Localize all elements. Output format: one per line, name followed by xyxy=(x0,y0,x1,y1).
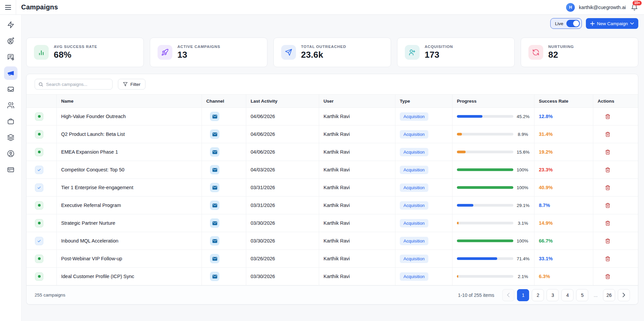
table-row[interactable]: Inbound MQL Acceleration 03/30/2026 Kart… xyxy=(27,232,638,250)
status-indicator xyxy=(35,112,43,121)
active-dot-icon xyxy=(38,222,41,224)
page-button[interactable]: 3 xyxy=(547,289,559,301)
col-success-rate: Success Rate xyxy=(534,95,593,107)
stat-card-acquisition: ACQUISITION 173 xyxy=(397,38,515,67)
layers-icon xyxy=(7,134,14,141)
delete-button[interactable] xyxy=(604,219,612,227)
table-row[interactable]: Post-Webinar VIP Follow-up 03/26/2026 Ka… xyxy=(27,250,638,268)
sidebar-item-billing[interactable] xyxy=(4,163,17,176)
campaign-user: Karthik Ravi xyxy=(319,232,395,250)
stat-label: TOTAL OUTREACHED xyxy=(301,45,346,49)
stat-card-active-campaigns: ACTIVE CAMPAIGNS 13 xyxy=(150,38,267,67)
table-row[interactable]: Executive Referral Program 03/31/2026 Ka… xyxy=(27,197,638,214)
search-box[interactable] xyxy=(35,79,113,90)
campaigns-table-card: Filter Name Channel Last Activity User T… xyxy=(26,74,638,305)
message-settings-icon xyxy=(7,53,14,61)
stats-row: AVG SUCCESS RATE 68% ACTIVE CAMPAIGNS 13… xyxy=(26,38,638,67)
toggle-switch[interactable] xyxy=(566,20,580,27)
trash-icon xyxy=(605,274,610,279)
trash-icon xyxy=(605,114,610,119)
active-dot-icon xyxy=(38,151,41,153)
campaign-name[interactable]: Competitor Conquest: Top 50 xyxy=(57,161,202,178)
last-activity: 04/03/2026 xyxy=(246,161,319,178)
campaign-name[interactable]: Inbound MQL Acceleration xyxy=(57,232,202,250)
trash-icon xyxy=(605,238,610,244)
page-button[interactable]: 1 xyxy=(517,289,529,301)
delete-button[interactable] xyxy=(604,255,612,263)
page-button[interactable]: 2 xyxy=(532,289,544,301)
campaign-name[interactable]: Post-Webinar VIP Follow-up xyxy=(57,250,202,267)
search-icon xyxy=(38,82,43,87)
stat-value: 82 xyxy=(548,50,574,60)
sidebar-item-contacts[interactable] xyxy=(4,99,17,112)
campaign-name[interactable]: Ideal Customer Profile (ICP) Sync xyxy=(57,268,202,285)
avatar[interactable]: H xyxy=(566,3,575,12)
live-toggle[interactable]: Live xyxy=(550,18,582,29)
hamburger-icon xyxy=(5,5,11,10)
email-channel-icon xyxy=(210,201,219,210)
sidebar-item-automations[interactable] xyxy=(4,18,17,32)
success-rate: 19.2% xyxy=(534,143,593,161)
delete-button[interactable] xyxy=(604,272,612,281)
type-badge: Acquisition xyxy=(400,148,428,156)
sidebar-item-inbox[interactable] xyxy=(4,83,17,96)
table-row[interactable]: Strategic Partner Nurture 03/30/2026 Kar… xyxy=(27,214,638,232)
table-row[interactable]: Tier 1 Enterprise Re-engagement 03/31/20… xyxy=(27,179,638,197)
next-page-button[interactable] xyxy=(618,289,630,301)
table-row[interactable]: Competitor Conquest: Top 50 04/03/2026 K… xyxy=(27,161,638,179)
delete-button[interactable] xyxy=(604,201,612,210)
search-input[interactable] xyxy=(46,82,109,87)
delete-button[interactable] xyxy=(604,183,612,192)
campaign-name[interactable]: Q2 Product Launch: Beta List xyxy=(57,125,202,143)
sidebar-item-profile[interactable] xyxy=(4,147,17,160)
col-actions: Actions xyxy=(593,95,638,107)
table-row[interactable]: Ideal Customer Profile (ICP) Sync 03/30/… xyxy=(27,268,638,285)
col-progress: Progress xyxy=(453,95,534,107)
page-button[interactable]: 4 xyxy=(561,289,573,301)
campaign-name[interactable]: Strategic Partner Nurture xyxy=(57,214,202,232)
menu-button[interactable] xyxy=(0,0,16,14)
delete-button[interactable] xyxy=(604,237,612,245)
sidebar-item-add-contact[interactable] xyxy=(4,34,17,48)
live-toggle-label: Live xyxy=(555,21,563,26)
notifications-button[interactable]: 10+ xyxy=(630,3,639,12)
delete-button[interactable] xyxy=(604,112,612,121)
type-badge: Acquisition xyxy=(400,272,428,281)
success-rate: 6.3% xyxy=(534,268,593,285)
status-indicator xyxy=(35,183,43,192)
progress-value: 8.9% xyxy=(517,132,528,137)
last-activity: 03/30/2026 xyxy=(246,214,319,232)
campaign-name[interactable]: High-Value Founder Outreach xyxy=(57,108,202,125)
delete-button[interactable] xyxy=(604,166,612,174)
last-activity: 04/06/2026 xyxy=(246,125,319,143)
delete-button[interactable] xyxy=(604,130,612,139)
campaign-user: Karthik Ravi xyxy=(319,214,395,232)
sidebar-item-segments[interactable] xyxy=(4,131,17,144)
prev-page-button[interactable] xyxy=(502,289,514,301)
col-name: Name xyxy=(57,95,202,107)
email-channel-icon xyxy=(210,147,219,157)
campaign-name[interactable]: EMEA Expansion Phase 1 xyxy=(57,143,202,161)
progress-bar xyxy=(457,257,513,260)
table-row[interactable]: High-Value Founder Outreach 04/06/2026 K… xyxy=(27,108,638,125)
table-row[interactable]: EMEA Expansion Phase 1 04/06/2026 Karthi… xyxy=(27,143,638,161)
progress-bar xyxy=(457,204,513,207)
users-icon xyxy=(7,102,14,109)
new-campaign-button[interactable]: New Campaign xyxy=(586,18,638,29)
sidebar-item-campaigns[interactable] xyxy=(4,66,17,80)
filter-button[interactable]: Filter xyxy=(118,79,145,90)
campaign-name[interactable]: Tier 1 Enterprise Re-engagement xyxy=(57,179,202,196)
status-indicator xyxy=(35,219,43,227)
sidebar-item-message-settings[interactable] xyxy=(4,50,17,64)
delete-button[interactable] xyxy=(604,148,612,156)
page-button[interactable]: 26 xyxy=(603,289,615,301)
user-email: karthik@cuegrowth.ai xyxy=(579,5,626,10)
bar-chart-icon xyxy=(38,49,45,56)
page-button[interactable]: 5 xyxy=(576,289,588,301)
sidebar-item-workspace[interactable] xyxy=(4,115,17,128)
campaign-name[interactable]: Executive Referral Program xyxy=(57,197,202,214)
type-badge: Acquisition xyxy=(400,219,428,227)
success-rate: 23.3% xyxy=(534,161,593,178)
notification-badge: 10+ xyxy=(633,1,642,5)
table-row[interactable]: Q2 Product Launch: Beta List 04/06/2026 … xyxy=(27,125,638,143)
